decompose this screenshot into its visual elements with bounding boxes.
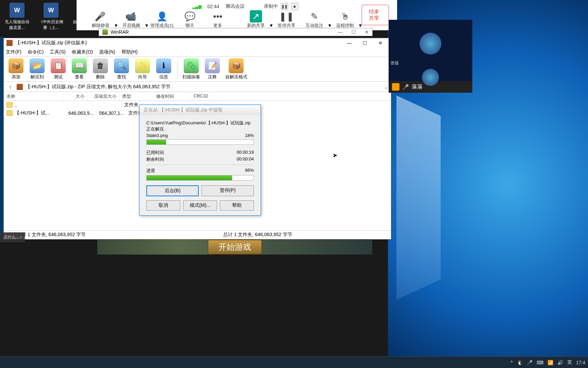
wizard-button[interactable]: ✨向导 (133, 58, 152, 80)
icon-label: 《中外历史纲要（上... (39, 19, 63, 31)
more-button[interactable]: ••• 更多 (204, 10, 232, 29)
dialog-buttons-row2: 取消 模式(M)... 帮助 (146, 200, 254, 211)
close-button[interactable]: ✕ (373, 38, 388, 48)
tray-wifi-icon[interactable]: 📶 (548, 360, 553, 365)
extraction-dialog: 正在从 【-HUSH-】试玩版.zip 中提取 C:\Users\YuePing… (139, 105, 261, 216)
dialog-buttons-row1: 后台(B) 暂停(P) (146, 185, 254, 196)
find-button[interactable]: 🔍查找 (112, 58, 131, 80)
address-dropdown[interactable]: ⌄ (384, 84, 388, 90)
menu-command[interactable]: 命令(C) (28, 49, 44, 55)
end-share-button[interactable]: 结束共享 (362, 5, 389, 25)
unmute-button[interactable]: 🎤/ 解除静音 (87, 10, 115, 29)
file-percent: 18% (245, 133, 254, 138)
sfx-button[interactable]: 📦自解压格式 (224, 58, 248, 80)
tray-volume-icon[interactable]: 🔊 (557, 360, 563, 365)
menu-favorites[interactable]: 收藏夹(O) (72, 49, 93, 55)
icon-label: 无人现做自动贩卖蛋... (5, 19, 29, 31)
meeting-status: ▂▄▆ 02:44 腾讯会议 录制中 ❚❚ ■ (192, 3, 298, 10)
speaker-icon (392, 83, 399, 91)
pause-share-button[interactable]: ❚❚ 暂停共享 (273, 10, 300, 29)
start-video-button[interactable]: 📹/ 开启视频 (117, 10, 145, 29)
mode-button[interactable]: 模式(M)... (183, 200, 217, 211)
manage-members-button[interactable]: 👤 管理成员(1) (148, 10, 176, 29)
menu-tools[interactable]: 工具(S) (50, 49, 66, 55)
desktop-icon-word1[interactable]: W 无人现做自动贩卖蛋... (5, 3, 29, 31)
view-icon: 📖 (72, 58, 87, 73)
menu-options[interactable]: 选项(N) (99, 49, 115, 55)
background-button[interactable]: 后台(B) (146, 185, 199, 196)
add-button[interactable]: 📦添加 (6, 58, 26, 80)
participant-tile[interactable]: 蔷薇 (389, 20, 472, 67)
delete-button[interactable]: 🗑删除 (91, 58, 110, 80)
col-modified[interactable]: 修改时间 (153, 92, 191, 101)
participant-name: 蔷薇 (391, 60, 399, 66)
col-name[interactable]: 名称 (4, 92, 64, 101)
avatar (420, 33, 441, 55)
video-off-icon: 📹/ (117, 10, 145, 22)
remote-control-button[interactable]: 🖱 远程控制 (331, 10, 359, 29)
help-button[interactable]: 帮助 (220, 200, 254, 211)
remaining-time: 00:00:04 (236, 156, 254, 163)
minimize-button[interactable]: — (341, 38, 357, 48)
mic-muted-icon: 🎤/ (87, 10, 115, 22)
dialog-title[interactable]: 正在从 【-HUSH-】试玩版.zip 中提取 (140, 105, 261, 115)
avatar (422, 69, 439, 86)
tencent-meeting-toolbar: ▂▄▆ 02:44 腾讯会议 录制中 ❚❚ ■ 🎤/ 解除静音 ▾ 📹/ 开启视… (77, 0, 397, 30)
desktop-icon-word2[interactable]: W 《中外历史纲要（上... (39, 3, 63, 31)
minimize-button[interactable]: — (338, 29, 343, 35)
up-button[interactable]: ↑ (6, 84, 14, 90)
winrar-titlebar[interactable]: 【-HUSH-】试玩版.zip (评估版本) — ☐ ✕ (4, 38, 391, 48)
tray-up-icon[interactable]: ^ (510, 360, 513, 365)
mic-active-icon: 🎤 (402, 84, 409, 90)
tray-time[interactable]: 17:4 (576, 360, 585, 365)
info-button[interactable]: ℹ信息 (154, 58, 173, 80)
col-unpacked[interactable]: 压缩后大小 (87, 92, 119, 101)
status-bar: 已选选择 1 文件夹, 646,063,952 字节 总计 1 文件夹, 646… (4, 230, 391, 239)
new-share-button[interactable]: ↗ 新的共享 (242, 10, 270, 29)
col-size[interactable]: 大小 (64, 92, 87, 101)
test-button[interactable]: 📋测试 (49, 58, 68, 80)
game-launcher-banner: 开始游戏 (97, 239, 372, 255)
system-tray: ^ 🐧 🎤 ⌨ 📶 🔊 英 17:4 (510, 359, 585, 366)
chat-button[interactable]: 💬 聊天 (176, 10, 204, 29)
pause-icon: ❚❚ (273, 10, 300, 22)
col-type[interactable]: 类型 (119, 92, 153, 101)
tray-qq-icon[interactable]: 🐧 (517, 360, 523, 365)
tray-keyboard-icon[interactable]: ⌨ (537, 360, 543, 365)
scan-button[interactable]: 🦠扫描病毒 (182, 58, 201, 80)
menu-file[interactable]: 文件(F) (6, 49, 21, 55)
toolbar-separator (177, 60, 178, 79)
view-button[interactable]: 📖查看 (70, 58, 89, 80)
window-controls: — ☐ ✕ (341, 38, 388, 48)
file-progress-fill (147, 140, 166, 144)
winrar-behind-title: WinRAR (111, 29, 129, 35)
mouse-cursor: ➤ (332, 152, 338, 159)
remote-icon: 🖱 (331, 10, 359, 22)
folder-icon (6, 102, 13, 108)
tooltip: 点什么... ‹ (0, 232, 25, 242)
cancel-button[interactable]: 取消 (146, 200, 180, 211)
pause-button[interactable]: 暂停(P) (201, 185, 254, 196)
maximize-button[interactable]: ☐ (352, 29, 356, 35)
chat-icon: 💬 (176, 10, 204, 22)
windows-taskbar[interactable]: ^ 🐧 🎤 ⌨ 📶 🔊 英 17:4 (0, 356, 588, 368)
tray-mic-icon[interactable]: 🎤 (527, 360, 533, 365)
file-progress-bar (146, 139, 254, 145)
menu-help[interactable]: 帮助(H) (121, 49, 137, 55)
address-bar: ↑ 【-HUSH-】试玩版.zip - ZIP 压缩文件, 解包大小为 646,… (4, 82, 391, 92)
address-text: 【-HUSH-】试玩版.zip - ZIP 压缩文件, 解包大小为 646,06… (26, 84, 170, 90)
maximize-button[interactable]: ☐ (357, 38, 373, 48)
tray-ime[interactable]: 英 (567, 359, 572, 366)
participant-tile-partial[interactable] (389, 67, 472, 81)
archive-path: C:\Users\YuePing\Documents\【-HUSH-】试玩版.z… (146, 120, 254, 126)
col-crc[interactable]: CRC32 (191, 92, 218, 101)
comment-button[interactable]: 📝注释 (203, 58, 222, 80)
winrar-window-background[interactable]: WinRAR — ☐ ✕ (99, 28, 373, 36)
stop-recording-button[interactable]: ■ (291, 3, 298, 10)
start-game-button[interactable]: 开始游戏 (208, 240, 262, 255)
pause-recording-button[interactable]: ❚❚ (281, 3, 288, 10)
extract-button[interactable]: 📂解压到 (28, 58, 47, 80)
close-button[interactable]: ✕ (365, 29, 369, 35)
more-icon: ••• (204, 10, 232, 22)
annotate-button[interactable]: ✎ 互动批注 (300, 10, 328, 29)
